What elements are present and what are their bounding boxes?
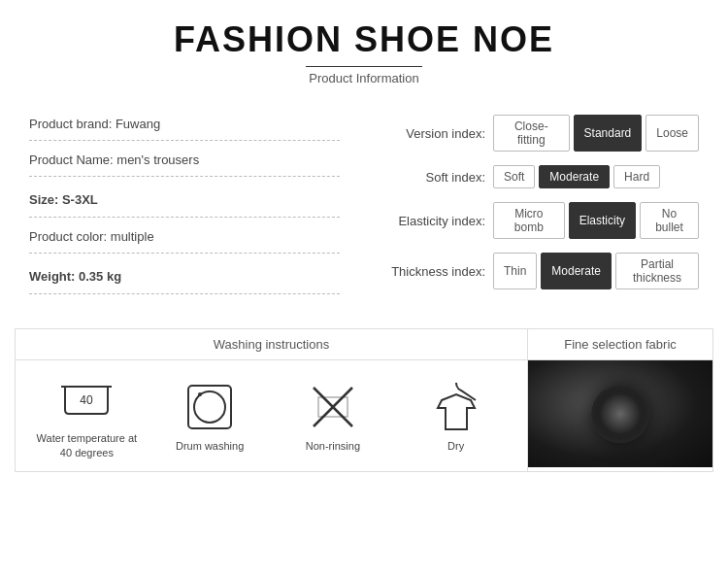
soft-options: Soft Moderate Hard: [493, 165, 660, 188]
washing-inner: Washing instructions 40 Wat: [16, 329, 712, 471]
wash-40-label: Water temperature at 40 degrees: [33, 431, 142, 461]
color-item: Product color: multiple: [29, 227, 340, 254]
left-column: Product brand: Fuwang Product Name: men'…: [29, 115, 359, 304]
wash-item-40: 40 Water temperature at 40 degrees: [33, 375, 142, 461]
elasticity-micro-bomb[interactable]: Micro bomb: [493, 202, 565, 239]
header-subtitle: Product Information: [0, 71, 728, 85]
page-title: FASHION SHOE NOE: [0, 19, 728, 60]
size-label: Size: S-3XL: [29, 192, 98, 207]
soft-soft[interactable]: Soft: [493, 165, 535, 188]
header-divider: [306, 66, 422, 67]
brand-item: Product brand: Fuwang: [29, 115, 340, 141]
weight-label: Weight: 0.35 kg: [29, 269, 121, 284]
thickness-options: Thin Moderate Partial thickness: [493, 253, 699, 289]
fabric-image: [528, 360, 712, 467]
no-rinse-icon: [309, 383, 357, 431]
version-loose[interactable]: Loose: [645, 115, 699, 152]
wash-item-dry: Dry: [402, 383, 511, 454]
version-label: Version index:: [388, 126, 485, 141]
fabric-header: Fine selection fabric: [528, 329, 712, 360]
washing-section: Washing instructions 40 Wat: [15, 328, 713, 472]
elasticity-label: Elasticity index:: [388, 214, 485, 228]
drum-wash-label: Drum washing: [176, 439, 244, 454]
svg-text:40: 40: [81, 393, 94, 407]
washing-header: Washing instructions: [16, 329, 527, 360]
no-rinse-label: Non-rinsing: [306, 439, 360, 454]
thickness-partial[interactable]: Partial thickness: [615, 253, 699, 289]
elasticity-no-bullet[interactable]: No bullet: [640, 202, 699, 239]
thickness-thin[interactable]: Thin: [493, 253, 537, 289]
wash-item-no-rinse: Non-rinsing: [279, 383, 387, 454]
wash-item-drum: Drum washing: [155, 383, 264, 454]
dry-label: Dry: [447, 439, 464, 454]
elasticity-elasticity[interactable]: Elasticity: [569, 202, 636, 239]
version-standard[interactable]: Standard: [574, 115, 643, 152]
wash-40-icon: 40: [62, 375, 111, 424]
svg-point-4: [198, 392, 202, 396]
thickness-row: Thickness index: Thin Moderate Partial t…: [388, 253, 699, 289]
dry-icon: [432, 383, 480, 431]
brand-label: Product brand: Fuwang: [29, 117, 160, 131]
elasticity-options: Micro bomb Elasticity No bullet: [493, 202, 699, 239]
soft-moderate[interactable]: Moderate: [539, 165, 610, 188]
svg-point-3: [194, 391, 225, 423]
thickness-moderate[interactable]: Moderate: [541, 253, 612, 289]
drum-wash-icon: [185, 383, 234, 431]
soft-hard[interactable]: Hard: [613, 165, 660, 188]
soft-label: Soft index:: [388, 170, 485, 185]
page-header: FASHION SHOE NOE Product Information: [0, 0, 728, 95]
color-label: Product color: multiple: [29, 229, 154, 244]
version-close-fitting[interactable]: Close-fitting: [493, 115, 570, 152]
info-section: Product brand: Fuwang Product Name: men'…: [0, 95, 728, 314]
version-options: Close-fitting Standard Loose: [493, 115, 699, 152]
washing-main: Washing instructions 40 Wat: [16, 329, 528, 471]
size-item: Size: S-3XL: [29, 187, 340, 218]
version-row: Version index: Close-fitting Standard Lo…: [388, 115, 699, 152]
weight-item: Weight: 0.35 kg: [29, 263, 340, 294]
soft-row: Soft index: Soft Moderate Hard: [388, 165, 699, 188]
fabric-texture: [528, 360, 712, 467]
elasticity-row: Elasticity index: Micro bomb Elasticity …: [388, 202, 699, 239]
product-name-item: Product Name: men's trousers: [29, 151, 340, 177]
thickness-label: Thickness index:: [388, 264, 485, 279]
product-name-label: Product Name: men's trousers: [29, 153, 199, 167]
right-column: Version index: Close-fitting Standard Lo…: [379, 115, 699, 304]
fabric-section: Fine selection fabric: [528, 329, 712, 471]
washing-icons: 40 Water temperature at 40 degrees: [16, 360, 527, 471]
